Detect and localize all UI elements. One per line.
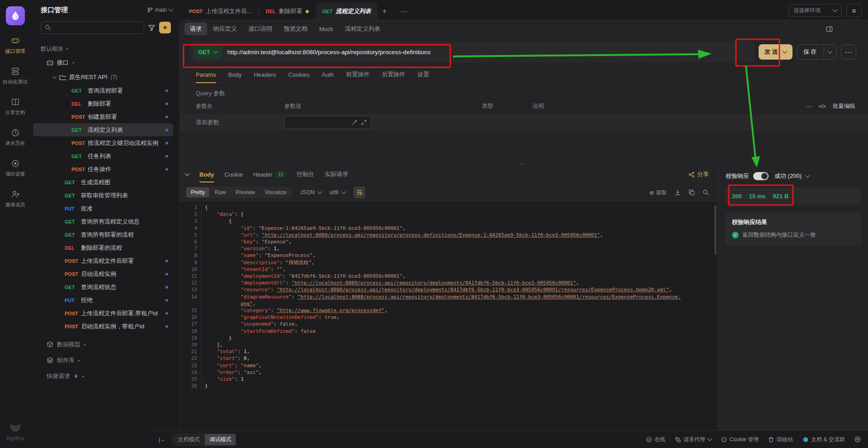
- rail-item-history[interactable]: 请求历史: [3, 128, 28, 147]
- tree-item[interactable]: POST 启动流程实例: [33, 267, 173, 280]
- save-button[interactable]: 保存: [797, 44, 836, 60]
- rail-item-share-docs[interactable]: 分享文档: [3, 98, 28, 116]
- statusbar-backtop[interactable]: [854, 436, 861, 443]
- copy-icon[interactable]: [689, 189, 695, 196]
- subtab-Mock[interactable]: Mock: [314, 23, 339, 35]
- config-tab-Cookies[interactable]: Cookies: [288, 66, 310, 83]
- mode-调试模式[interactable]: 调试模式: [205, 434, 236, 445]
- tree-item[interactable]: GET 查询所有部署的流程: [33, 228, 173, 241]
- scrollbar-thumb[interactable]: [714, 205, 717, 255]
- request-tab[interactable]: POST 上传流程文件后...: [182, 3, 259, 20]
- response-tab-Body[interactable]: Body: [199, 165, 214, 184]
- magic-wand-icon[interactable]: [351, 120, 357, 126]
- save-dropdown[interactable]: [824, 45, 836, 59]
- tree-item[interactable]: POST 任务操作: [33, 163, 173, 176]
- rail-item-api-manage[interactable]: 接口管理: [3, 36, 28, 55]
- statusbar-cookie[interactable]: Cookie 管理: [721, 436, 759, 443]
- tree-item[interactable]: POST 启动流程实例，带租户id: [33, 320, 173, 333]
- expand-icon[interactable]: [361, 120, 367, 125]
- config-tab-前置操作[interactable]: 前置操作: [346, 66, 369, 83]
- request-tab[interactable]: GET 流程定义列表: [316, 3, 378, 20]
- view-Pretty[interactable]: Pretty: [186, 187, 209, 197]
- search-input[interactable]: [41, 21, 144, 34]
- method-select[interactable]: GET: [193, 45, 222, 59]
- search-response-icon[interactable]: [703, 189, 709, 196]
- tree-item[interactable]: GET 查询流程部署: [33, 84, 173, 97]
- word-wrap-button[interactable]: [354, 187, 365, 198]
- send-button[interactable]: 发送: [759, 44, 793, 60]
- tree-item[interactable]: DEL 删除部署: [33, 97, 173, 110]
- config-tab-Auth[interactable]: Auth: [322, 66, 334, 83]
- tree-item[interactable]: POST 上传流程文件后部署: [33, 254, 173, 267]
- subtab-流程定义列表[interactable]: 流程定义列表: [340, 23, 386, 35]
- response-tab-控制台[interactable]: 控制台: [297, 165, 314, 184]
- format-select[interactable]: JSON: [300, 189, 321, 196]
- sidebar-section-data-model[interactable]: 数据模型 ▸: [30, 336, 176, 352]
- menu-button[interactable]: ≡: [846, 4, 862, 17]
- tree-item[interactable]: GET 生成流程图: [33, 176, 173, 189]
- rail-item-automation[interactable]: 自动化测试: [3, 67, 28, 85]
- batch-edit-button[interactable]: 批量编辑: [833, 103, 855, 110]
- statusbar-online[interactable]: 在线: [646, 436, 665, 443]
- tree-item[interactable]: GET 流程定义列表: [33, 123, 173, 136]
- mode-文档模式[interactable]: 文档模式: [173, 434, 204, 445]
- add-api-button[interactable]: +: [159, 22, 171, 33]
- collapse-sidebar-icon[interactable]: |←: [159, 436, 166, 443]
- split-panel-icon[interactable]: [826, 26, 833, 33]
- sidebar-section-quick-request[interactable]: 快捷请求 ▸: [30, 368, 176, 384]
- folder-row-rest-api[interactable]: 原生REST API (7): [30, 70, 176, 84]
- view-Preview[interactable]: Preview: [231, 187, 259, 197]
- rail-item-invite[interactable]: 邀请成员: [3, 190, 28, 208]
- response-tab-Header[interactable]: Header 11: [253, 165, 286, 184]
- response-body-editor[interactable]: 1{2 "data": [3 {4 "id": "Expense:1:84265…: [180, 201, 718, 430]
- view-Raw[interactable]: Raw: [210, 187, 230, 197]
- more-actions-button[interactable]: ⋯: [841, 44, 856, 60]
- tree-item[interactable]: GET 查询所有流程定义信息: [33, 215, 173, 228]
- response-tab-实际请求[interactable]: 实际请求: [325, 165, 348, 184]
- url-input[interactable]: GET http://admin:test@localhost:8080/pro…: [190, 42, 754, 62]
- filter-icon[interactable]: [148, 24, 155, 31]
- expected-status[interactable]: 成功 (200): [774, 172, 802, 180]
- encoding-select[interactable]: utf8: [330, 189, 345, 196]
- tree-item[interactable]: GET 查询流程状态: [33, 280, 173, 294]
- param-value-input[interactable]: [284, 116, 371, 129]
- request-tab[interactable]: DEL 删除部署: [259, 3, 316, 20]
- branch-selector[interactable]: main: [147, 7, 173, 13]
- subtab-请求[interactable]: 请求: [184, 23, 207, 35]
- subtab-预览文档[interactable]: 预览文档: [278, 23, 313, 35]
- tree-item[interactable]: GET 获取审批管理列表: [33, 189, 173, 202]
- share-button[interactable]: 分享: [689, 170, 709, 178]
- response-tab-Cookie[interactable]: Cookie: [225, 165, 243, 184]
- extract-button[interactable]: ⊕ 提取: [649, 189, 667, 196]
- environment-select[interactable]: 请选择环境: [788, 4, 842, 17]
- api-group-row[interactable]: 接口▾: [30, 55, 176, 70]
- rail-item-project-settings[interactable]: 项目设置: [3, 159, 28, 177]
- tree-item[interactable]: PUT 批准: [33, 202, 173, 215]
- statusbar-proxy[interactable]: 请求代理: [675, 436, 712, 443]
- tree-item[interactable]: GET 任务列表: [33, 149, 173, 163]
- sidebar-section-component-lib[interactable]: 组件库 ▸: [30, 352, 176, 368]
- config-tab-后置操作[interactable]: 后置操作: [382, 66, 405, 83]
- code-edit-icon[interactable]: </>: [819, 103, 826, 109]
- config-tab-Body[interactable]: Body: [228, 66, 242, 83]
- config-tab-Params[interactable]: Params: [196, 66, 216, 83]
- statusbar-docs[interactable]: 文档 & 交流群: [802, 436, 845, 443]
- tree-item[interactable]: DEL 删除部署的流程: [33, 241, 173, 254]
- module-row[interactable]: 默认模块▾: [30, 42, 176, 55]
- config-tab-设置[interactable]: 设置: [417, 66, 429, 83]
- param-more-icon[interactable]: ⋯: [806, 103, 812, 110]
- project-logo[interactable]: [6, 6, 25, 25]
- subtab-接口说明[interactable]: 接口说明: [243, 23, 278, 35]
- tree-item[interactable]: POST 上传流程文件后部署,带租户id: [33, 307, 173, 320]
- statusbar-trash[interactable]: 回收站: [768, 436, 793, 443]
- collapse-response-icon[interactable]: [184, 171, 189, 176]
- view-Visualize[interactable]: Visualize: [260, 187, 291, 197]
- tree-item[interactable]: POST 创建新部署: [33, 110, 173, 123]
- chevron-down-icon[interactable]: [805, 173, 810, 177]
- download-icon[interactable]: [675, 189, 681, 196]
- tab-list-button[interactable]: ⋯: [397, 3, 411, 20]
- new-tab-button[interactable]: +: [377, 3, 391, 20]
- validate-toggle[interactable]: [753, 172, 769, 180]
- add-param-placeholder[interactable]: 添加参数: [196, 118, 284, 126]
- subtab-响应定义[interactable]: 响应定义: [208, 23, 242, 35]
